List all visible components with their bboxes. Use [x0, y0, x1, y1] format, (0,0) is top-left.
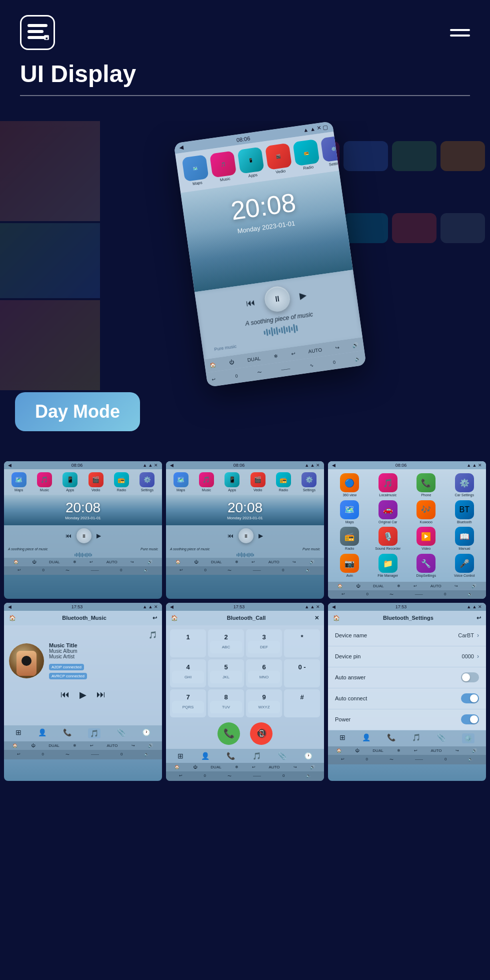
mini-bottom-bar-2b: ↩0〜——0🔈	[166, 566, 324, 575]
app-phone[interactable]: 📞 Phone	[408, 473, 444, 497]
app-car-settings[interactable]: ⚙️ Car Settings	[447, 473, 482, 497]
app-apps[interactable]: 📱 Apps	[237, 147, 265, 179]
dial-9[interactable]: 9WXYZ	[246, 689, 282, 717]
settings-icon: ⚙️	[320, 135, 348, 162]
mini-prev-2[interactable]: ⏮	[228, 532, 234, 539]
bt-music-controls: ⏮ ▶ ⏭	[9, 684, 157, 705]
tab-clip-icon-2[interactable]: 📎	[278, 752, 286, 760]
app-bluetooth[interactable]: BT Bluetooth	[447, 500, 482, 524]
tab-music-icon[interactable]: 🎵	[88, 728, 100, 738]
tab-clip-icon-3[interactable]: 📎	[437, 733, 446, 743]
app-kuwooo[interactable]: 🎶 Kuwooo	[408, 500, 444, 524]
tab-phone-icon-3[interactable]: 📞	[387, 733, 396, 743]
app-voice-control[interactable]: 🎤 Voice Control	[447, 554, 482, 578]
dial-star[interactable]: *	[284, 629, 320, 657]
tab-settings-icon-3[interactable]: ⚙️	[462, 733, 474, 743]
app-radio[interactable]: 📻 Radio	[292, 139, 320, 172]
dial-1[interactable]: 1	[170, 629, 206, 657]
tab-grid-icon[interactable]: ⊞	[16, 728, 22, 738]
app-video[interactable]: 🎬 Vedio	[265, 143, 293, 176]
power-toggle[interactable]	[461, 714, 479, 724]
bt-settings-nav2: ↩0〜——0🔈	[328, 755, 486, 764]
dial-2[interactable]: 2ABC	[208, 629, 244, 657]
bt-next-button[interactable]: ⏭	[96, 689, 106, 700]
dial-8[interactable]: 8TUV	[208, 689, 244, 717]
mini-clock-1: 20:08 Monday 2023-01-01	[4, 495, 162, 525]
bt-call-tabs: ⊞ 👤 📞 🎵 📎 🕐	[166, 749, 324, 763]
auto-connect-toggle[interactable]	[461, 693, 479, 703]
chevron-right-icon-2: ›	[477, 653, 479, 660]
svg-rect-0	[28, 24, 48, 27]
app-radio[interactable]: 📻 Radio	[332, 527, 368, 551]
apps-grid-inner: 🔵 360 view 🎵 Localmusic 📞 Phone ⚙️	[328, 469, 486, 582]
tab-person-icon-3[interactable]: 👤	[362, 733, 370, 743]
mini-play-2[interactable]: ⏸	[238, 528, 254, 543]
tab-history-icon-2[interactable]: 🕐	[304, 752, 312, 760]
mini-next-1[interactable]: ▶	[96, 532, 101, 539]
tab-grid-icon-2[interactable]: ⊞	[178, 752, 184, 760]
mini-clock-2: 20:08 Monday 2023-01-01	[166, 495, 324, 525]
dial-5[interactable]: 5JKL	[208, 659, 244, 687]
auto-answer-toggle[interactable]	[461, 672, 479, 682]
bt-call-nav: 🏠⏻DUAL❄↩AUTO↪🔊	[166, 763, 324, 771]
bt-music-header: 🏠 Bluetooth_Music ↩	[4, 611, 162, 625]
dial-4[interactable]: 4GHI	[170, 659, 206, 687]
tab-person-icon-2[interactable]: 👤	[201, 752, 210, 760]
svg-rect-1	[28, 30, 44, 33]
dial-3[interactable]: 3DEF	[246, 629, 282, 657]
tab-history-icon[interactable]: 🕐	[142, 728, 150, 738]
app-maps2[interactable]: 🗺️ Maps	[332, 500, 368, 524]
prev-button[interactable]: ⏮	[246, 297, 256, 309]
svg-text:■: ■	[46, 37, 48, 40]
bt-music-cover: Music Title Music Album Music Artist A2D…	[9, 642, 157, 679]
day-mode-badge: Day Mode	[15, 392, 140, 431]
tab-phone-icon[interactable]: 📞	[63, 728, 72, 738]
app-logo[interactable]: ■	[20, 15, 55, 50]
mini-next-2[interactable]: ▶	[258, 532, 263, 539]
hamburger-menu-icon[interactable]	[450, 29, 470, 37]
tab-person-icon[interactable]: 👤	[38, 728, 46, 738]
app-disp-settings[interactable]: 🔧 DispSettings	[408, 554, 444, 578]
app-avin[interactable]: 📷 Avin	[332, 554, 368, 578]
track-album: Music Album	[49, 648, 157, 654]
bt-play-button[interactable]: ▶	[80, 689, 86, 700]
dial-7[interactable]: 7PQRS	[170, 689, 206, 717]
radio-icon: 📻	[292, 139, 320, 166]
call-accept-button[interactable]: 📞	[218, 722, 240, 745]
call-end-button[interactable]: 📵	[250, 722, 272, 745]
app-music[interactable]: 🎵 Music	[210, 151, 238, 183]
bt-device-name-row[interactable]: Device name CarBT ›	[328, 625, 486, 646]
tab-clip-icon[interactable]: 📎	[117, 728, 126, 738]
mini-play-1[interactable]: ⏸	[76, 528, 92, 543]
bt-auto-connect-row: Auto connect	[328, 688, 486, 709]
mini-status-bar-1: ◀ 08:06 ▲ ▲ ✕	[4, 461, 162, 469]
app-original-car[interactable]: 🚗 Original Car	[370, 500, 406, 524]
tab-music-icon-2[interactable]: 🎵	[252, 752, 261, 760]
app-360view[interactable]: 🔵 360 view	[332, 473, 368, 497]
bt-device-pin-row[interactable]: Device pin 0000 ›	[328, 646, 486, 667]
mini-waveform-1	[4, 552, 162, 558]
app-manual[interactable]: 📖 Manual	[447, 527, 482, 551]
bt-prev-button[interactable]: ⏮	[60, 689, 70, 700]
mini-bottom-bar-2: 🏠⏻DUAL❄↩AUTO↪🔊	[166, 558, 324, 566]
app-sound-recorder[interactable]: 🎙️ Sound Recorder	[370, 527, 406, 551]
dial-0dash[interactable]: 0 -	[284, 659, 320, 687]
mini-prev-1[interactable]: ⏮	[66, 532, 72, 539]
dial-6[interactable]: 6MNO	[246, 659, 282, 687]
app-settings[interactable]: ⚙️ Settings	[320, 135, 348, 168]
play-pause-button[interactable]: ⏸	[263, 285, 291, 313]
app-video[interactable]: ▶️ Video	[408, 527, 444, 551]
app-file-manager[interactable]: 📁 File Manager	[370, 554, 406, 578]
app-localmusic[interactable]: 🎵 Localmusic	[370, 473, 406, 497]
dial-hash[interactable]: #	[284, 689, 320, 717]
bt-panels-row: ◀ 17:53 ▲ ▲ ✕ 🏠 Bluetooth_Music ↩ 🎵	[0, 603, 490, 791]
track-info: Music Title Music Album Music Artist A2D…	[49, 642, 157, 679]
tab-music-icon-3[interactable]: 🎵	[412, 733, 420, 743]
tab-grid-icon-3[interactable]: ⊞	[340, 733, 346, 743]
next-button[interactable]: ▶	[299, 290, 308, 302]
tab-phone-icon-2[interactable]: 📞	[226, 752, 235, 760]
app-maps[interactable]: 🗺️ Maps	[182, 155, 210, 187]
bt-call-content: 1 2ABC 3DEF * 4GHI 5JKL 6MNO 0 - 7PQRS 8…	[166, 625, 324, 749]
mini-clock-date-2: Monday 2023-01-01	[168, 516, 322, 520]
apps-bottom-bar: 🏠⏻DUAL❄↩AUTO↪🔊	[328, 582, 486, 590]
